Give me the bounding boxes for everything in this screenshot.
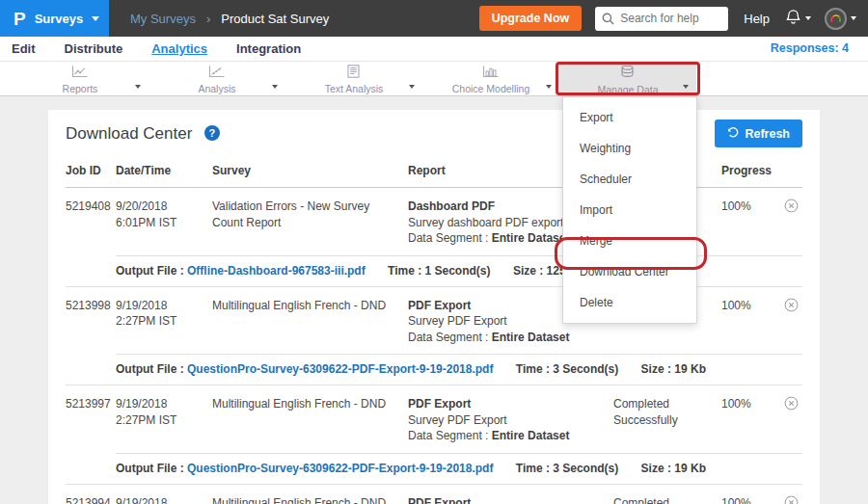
text-document-icon (347, 65, 360, 82)
menu-item-export[interactable]: Export (563, 102, 696, 133)
output-file-label: Output File : (116, 264, 184, 278)
menu-item-download-center[interactable]: Download Center (563, 256, 696, 287)
tab-integration[interactable]: Integration (236, 41, 301, 56)
output-file-link[interactable]: QuestionPro-Survey-6309622-PDF-Export-9-… (187, 362, 493, 376)
cancel-job-icon[interactable] (784, 495, 799, 504)
job-progress: 100% (721, 298, 770, 346)
tab-analytics[interactable]: Analytics (151, 41, 207, 56)
job-status: Completed Successfully (613, 495, 721, 504)
col-survey: Survey (212, 164, 408, 177)
chevron-down-icon (546, 85, 552, 89)
chevron-down-icon (92, 16, 99, 21)
job-progress: 100% (721, 495, 770, 504)
table-row: 5213997 9/19/2018 2:27PM IST Multilingua… (66, 385, 802, 485)
output-file-label: Output File : (116, 362, 184, 376)
manage-data-button[interactable]: Manage Data (597, 63, 658, 95)
cancel-job-icon[interactable] (784, 396, 799, 415)
col-job-id: Job ID (66, 164, 116, 177)
analysis-button[interactable]: Analysis (198, 63, 235, 94)
toolbar-group-reports: Reports (12, 62, 149, 95)
report-desc: Survey PDF Export (408, 412, 600, 429)
menu-item-weighting[interactable]: Weighting (563, 133, 696, 164)
cancel-job-icon[interactable] (784, 199, 799, 218)
cancel-job-icon[interactable] (784, 298, 799, 317)
job-actions (770, 396, 802, 444)
breadcrumb-current-survey: Product Sat Survey (221, 12, 329, 26)
toolbar-label: Choice Modelling (452, 83, 530, 94)
job-id: 5213994 (66, 495, 116, 504)
report-title: PDF Export (408, 396, 600, 412)
search-icon (602, 12, 614, 29)
reports-button[interactable]: Reports (63, 63, 98, 94)
job-id: 5213998 (66, 298, 116, 346)
chevron-down-icon (409, 85, 415, 89)
toolbar-group-analysis: Analysis (149, 62, 285, 95)
download-center-panel: Download Center ? Refresh Job ID Date/Ti… (48, 110, 820, 504)
output-file-link[interactable]: Offline-Dashboard-967583-iii.pdf (187, 264, 366, 278)
chevron-down-icon (805, 16, 811, 20)
bell-icon (785, 9, 801, 29)
output-file-link[interactable]: QuestionPro-Survey-6309622-PDF-Export-9-… (187, 462, 493, 475)
col-actions (770, 164, 802, 177)
toolbar-label: Analysis (198, 83, 235, 94)
manage-data-dropdown: Export Weighting Scheduler Import Merge … (562, 96, 697, 324)
job-datetime: 9/19/2018 2:27PM IST (116, 396, 212, 444)
text-analysis-button[interactable]: Text Analysis (325, 63, 384, 94)
manage-data-caret[interactable] (683, 75, 689, 93)
menu-item-merge[interactable]: Merge (563, 225, 696, 256)
choice-modelling-caret[interactable] (546, 75, 552, 93)
bar-chart-icon (482, 65, 499, 82)
refresh-icon (727, 126, 739, 141)
help-search (595, 7, 728, 31)
responses-count: Responses: 4 (771, 41, 849, 55)
menu-item-delete[interactable]: Delete (563, 287, 696, 318)
breadcrumb: My Surveys › Product Sat Survey (130, 12, 329, 26)
job-actions (770, 298, 802, 346)
top-bar: P Surveys My Surveys › Product Sat Surve… (0, 0, 868, 37)
tab-distribute[interactable]: Distribute (65, 41, 123, 56)
toolbar-group-manage-data: Manage Data (559, 62, 696, 95)
output-size: Size : 19 Kb (641, 462, 706, 475)
output-file-row: Output File : QuestionPro-Survey-6309622… (116, 453, 802, 484)
menu-item-import[interactable]: Import (563, 195, 696, 225)
surveys-menu-label: Surveys (35, 12, 84, 26)
job-survey: Multilingual English French - DND (212, 495, 408, 504)
report-segment: Data Segment : Entire Dataset (408, 330, 600, 346)
col-progress: Progress (721, 164, 770, 177)
tab-edit[interactable]: Edit (12, 41, 36, 56)
reports-caret[interactable] (135, 75, 141, 93)
choice-modelling-button[interactable]: Choice Modelling (452, 63, 530, 94)
job-status: Completed Successfully (613, 396, 721, 444)
menu-item-scheduler[interactable]: Scheduler (563, 164, 696, 195)
job-datetime: 9/19/2018 2:26PM IST (116, 495, 212, 504)
help-link[interactable]: Help (744, 12, 770, 26)
chevron-down-icon (851, 16, 856, 20)
refresh-button[interactable]: Refresh (715, 119, 802, 147)
help-icon[interactable]: ? (204, 125, 220, 141)
output-file-label: Output File : (116, 462, 184, 475)
breadcrumb-separator-icon: › (206, 12, 210, 26)
chevron-down-icon (272, 85, 278, 89)
search-input[interactable] (595, 7, 728, 31)
output-file-row: Output File : Offline-Dashboard-967583-i… (116, 255, 802, 286)
chevron-down-icon (135, 85, 141, 89)
job-survey: Multilingual English French - DND (212, 298, 408, 346)
notifications-button[interactable] (785, 9, 811, 29)
surveys-menu[interactable]: P Surveys (0, 0, 109, 37)
scatter-chart-icon (208, 65, 225, 82)
breadcrumb-my-surveys[interactable]: My Surveys (130, 12, 196, 26)
report-title: PDF Export (408, 495, 600, 504)
toolbar-label: Manage Data (597, 84, 658, 95)
upgrade-now-button[interactable]: Upgrade Now (479, 6, 583, 31)
job-survey: Multilingual English French - DND (212, 396, 408, 444)
analysis-caret[interactable] (272, 75, 278, 93)
text-analysis-caret[interactable] (409, 75, 415, 93)
refresh-label: Refresh (745, 127, 790, 141)
toolbar-label: Reports (63, 83, 98, 94)
job-progress: 100% (721, 396, 770, 444)
database-icon (620, 65, 635, 83)
account-menu[interactable] (825, 8, 856, 30)
output-file-row: Output File : QuestionPro-Survey-6309622… (116, 354, 802, 385)
toolbar-group-text-analysis: Text Analysis (285, 62, 422, 95)
job-report: PDF Export Survey PDF Export Data Segmen… (408, 396, 613, 444)
